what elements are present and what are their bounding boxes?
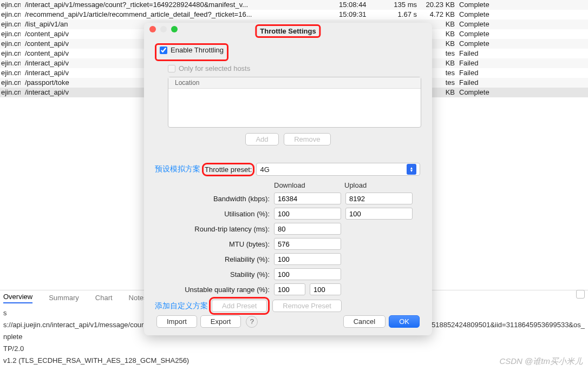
- cell-duration: 135 ms: [382, 0, 420, 10]
- remove-preset-button[interactable]: Remove Preset: [272, 300, 342, 312]
- stability-input[interactable]: [274, 268, 341, 280]
- custom-annotation-label: 添加自定义方案: [155, 301, 208, 311]
- throttle-preset-label: Throttle preset:: [205, 165, 252, 174]
- table-row[interactable]: ejin.cn /interact_api/v1/message/count?_…: [0, 0, 588, 10]
- minimize-icon: [160, 26, 167, 32]
- latency-input[interactable]: [274, 223, 341, 235]
- close-icon[interactable]: [149, 26, 156, 32]
- unstable-range-label: Unstable quality range (%):: [155, 286, 274, 294]
- column-upload: Upload: [344, 181, 415, 189]
- enable-throttling-checkbox[interactable]: Enable Throttling: [160, 46, 224, 54]
- bandwidth-upload-input[interactable]: [345, 193, 413, 204]
- zoom-icon[interactable]: [171, 26, 178, 32]
- only-selected-hosts-checkbox[interactable]: Only for selected hosts: [168, 64, 421, 72]
- detail-line: v1.2 (TLS_ECDHE_RSA_WITH_AES_128_GCM_SHA…: [3, 355, 585, 367]
- detail-line: TP/2.0: [3, 343, 585, 355]
- unstable-high-input[interactable]: [310, 283, 341, 295]
- cell-time: 15:08:44: [337, 0, 382, 10]
- detail-line: :3518852424809501&iid=3118645953699533&o…: [426, 319, 585, 331]
- table-row[interactable]: ejin.cn /recommend_api/v1/article/recomm…: [0, 10, 588, 19]
- enable-throttling-input[interactable]: [160, 47, 167, 54]
- help-button[interactable]: ?: [246, 316, 258, 328]
- dialog-title: Throttle Settings: [255, 24, 321, 38]
- cancel-button[interactable]: Cancel: [343, 315, 386, 328]
- detail-line: s://api.juejin.cn/interact_api/v1/messag…: [3, 319, 143, 331]
- utilisation-download-input[interactable]: [274, 208, 341, 220]
- remove-host-button[interactable]: Remove: [284, 133, 330, 145]
- only-selected-hosts-label: Only for selected hosts: [179, 64, 250, 72]
- cell-status: Complete: [457, 0, 565, 10]
- export-button[interactable]: Export: [200, 315, 241, 328]
- only-selected-hosts-input[interactable]: [168, 65, 175, 72]
- mtu-input[interactable]: [274, 238, 341, 250]
- tab-overview[interactable]: Overview: [3, 293, 32, 303]
- utilisation-upload-input[interactable]: [345, 208, 413, 220]
- throttle-preset-select[interactable]: 4G ▲▼: [256, 163, 420, 176]
- tab-summary[interactable]: Summary: [49, 294, 79, 302]
- latency-label: Round-trip latency (ms):: [155, 225, 274, 233]
- structure-checkbox[interactable]: [576, 290, 585, 299]
- column-location: Location: [168, 77, 206, 88]
- cell-path: /interact_api/v1/message/count?_rticket=…: [21, 0, 337, 10]
- throttle-settings-dialog: Throttle Settings Enable Throttling Only…: [144, 23, 432, 335]
- stability-label: Stability (%):: [155, 270, 274, 279]
- preset-annotation-label: 预设模拟方案: [155, 164, 200, 174]
- updown-arrows-icon: ▲▼: [407, 164, 416, 175]
- add-preset-button[interactable]: Add Preset: [212, 300, 267, 312]
- ok-button[interactable]: OK: [389, 315, 420, 328]
- host-list-header: Location: [168, 77, 421, 89]
- import-button[interactable]: Import: [156, 315, 197, 328]
- cell-host: ejin.cn: [0, 0, 21, 10]
- reliability-label: Reliability (%):: [155, 255, 274, 263]
- mtu-label: MTU (bytes):: [155, 240, 274, 248]
- enable-throttling-label: Enable Throttling: [171, 46, 224, 54]
- bandwidth-label: Bandwidth (kbps):: [155, 195, 274, 203]
- titlebar: Throttle Settings: [144, 23, 432, 36]
- throttle-preset-value: 4G: [260, 165, 269, 174]
- column-download: Download: [274, 181, 344, 189]
- add-host-button[interactable]: Add: [245, 133, 278, 145]
- host-list[interactable]: Location: [168, 77, 421, 128]
- reliability-input[interactable]: [274, 253, 341, 265]
- cell-size: 20.23 KB: [420, 0, 457, 10]
- bandwidth-download-input[interactable]: [274, 193, 341, 204]
- tab-chart[interactable]: Chart: [95, 294, 113, 302]
- unstable-low-input[interactable]: [274, 283, 305, 295]
- utilisation-label: Utilisation (%):: [155, 210, 274, 218]
